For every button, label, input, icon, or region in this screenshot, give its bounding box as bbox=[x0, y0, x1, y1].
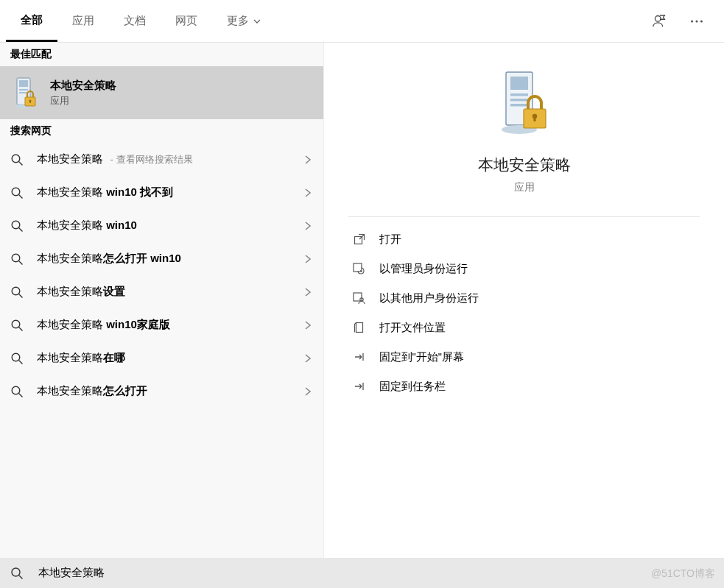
preview-title: 本地安全策略 bbox=[478, 155, 571, 175]
svg-line-15 bbox=[19, 194, 23, 198]
svg-line-27 bbox=[19, 393, 23, 397]
web-result-item[interactable]: 本地安全策略 - 查看网络搜索结果 bbox=[0, 143, 323, 176]
separator bbox=[348, 216, 700, 217]
action-pin-start[interactable]: 固定到"开始"屏幕 bbox=[353, 342, 700, 372]
chevron-right-icon bbox=[303, 254, 313, 264]
web-result-text: 本地安全策略 win10 bbox=[37, 219, 289, 233]
tab-more[interactable]: 更多 bbox=[212, 1, 275, 42]
web-result-item[interactable]: 本地安全策略怎么打开 win10 bbox=[0, 242, 323, 275]
feedback-icon[interactable] bbox=[652, 13, 668, 29]
best-match-header: 最佳匹配 bbox=[0, 43, 323, 66]
svg-point-22 bbox=[12, 320, 20, 328]
web-result-text: 本地安全策略 win10 找不到 bbox=[37, 185, 289, 199]
svg-line-44 bbox=[19, 575, 23, 579]
svg-rect-30 bbox=[510, 93, 528, 96]
web-result-text: 本地安全策略怎么打开 bbox=[37, 384, 289, 398]
pin-icon bbox=[353, 350, 366, 364]
chevron-right-icon bbox=[303, 188, 313, 198]
search-icon bbox=[10, 252, 24, 266]
best-match-title: 本地安全策略 bbox=[50, 79, 116, 93]
web-result-item[interactable]: 本地安全策略在哪 bbox=[0, 341, 323, 375]
chevron-down-icon bbox=[253, 18, 261, 25]
chevron-right-icon bbox=[303, 386, 313, 397]
svg-point-12 bbox=[12, 155, 20, 163]
chevron-right-icon bbox=[303, 287, 313, 297]
search-icon bbox=[10, 186, 24, 199]
search-icon bbox=[10, 567, 24, 580]
chevron-right-icon bbox=[303, 320, 313, 330]
action-pin-taskbar[interactable]: 固定到任务栏 bbox=[353, 372, 700, 401]
web-result-text: 本地安全策略在哪 bbox=[37, 351, 289, 365]
svg-rect-29 bbox=[510, 77, 528, 90]
svg-point-26 bbox=[12, 386, 20, 394]
svg-point-3 bbox=[700, 20, 703, 22]
tab-all[interactable]: 全部 bbox=[6, 1, 57, 42]
search-icon bbox=[10, 219, 24, 233]
web-result-text: 本地安全策略设置 bbox=[37, 285, 289, 299]
search-web-header: 搜索网页 bbox=[0, 119, 323, 143]
svg-point-43 bbox=[12, 568, 20, 576]
web-result-text: 本地安全策略怎么打开 win10 bbox=[37, 252, 289, 266]
svg-line-13 bbox=[19, 161, 23, 165]
web-result-text: 本地安全策略 win10家庭版 bbox=[37, 318, 289, 332]
web-result-item[interactable]: 本地安全策略 win10 找不到 bbox=[0, 176, 323, 209]
svg-point-20 bbox=[12, 287, 20, 295]
preview-icon bbox=[494, 69, 555, 137]
action-run-other[interactable]: 以其他用户身份运行 bbox=[353, 283, 700, 313]
search-icon bbox=[10, 153, 24, 166]
run-other-icon bbox=[353, 291, 366, 305]
search-icon bbox=[10, 385, 24, 398]
svg-point-18 bbox=[12, 254, 20, 262]
svg-point-24 bbox=[12, 353, 20, 361]
svg-point-0 bbox=[655, 15, 661, 21]
action-label: 以其他用户身份运行 bbox=[379, 291, 479, 305]
search-icon bbox=[10, 352, 24, 365]
action-open-location[interactable]: 打开文件位置 bbox=[353, 313, 700, 342]
security-policy-icon bbox=[10, 77, 40, 109]
web-results-list: 本地安全策略 - 查看网络搜索结果本地安全策略 win10 找不到本地安全策略 … bbox=[0, 143, 323, 408]
main-content: 最佳匹配 本地安全策略 应用 搜索网页 本 bbox=[0, 43, 724, 558]
web-result-item[interactable]: 本地安全策略 win10家庭版 bbox=[0, 308, 323, 341]
svg-rect-36 bbox=[533, 116, 535, 121]
more-options-icon[interactable] bbox=[689, 13, 705, 29]
action-run-admin[interactable]: 以管理员身份运行 bbox=[353, 254, 700, 283]
tab-web[interactable]: 网页 bbox=[161, 1, 212, 42]
web-result-item[interactable]: 本地安全策略 win10 bbox=[0, 209, 323, 242]
search-icon bbox=[10, 286, 24, 299]
action-label: 固定到"开始"屏幕 bbox=[379, 350, 464, 364]
svg-point-14 bbox=[12, 188, 20, 196]
action-label: 打开 bbox=[379, 233, 401, 247]
search-icon bbox=[10, 319, 24, 332]
web-result-text: 本地安全策略 - 查看网络搜索结果 bbox=[37, 152, 289, 166]
web-result-item[interactable]: 本地安全策略设置 bbox=[0, 275, 323, 308]
folder-icon bbox=[353, 321, 366, 334]
svg-rect-5 bbox=[19, 80, 28, 87]
tab-apps[interactable]: 应用 bbox=[57, 1, 109, 42]
svg-point-16 bbox=[12, 221, 20, 229]
svg-rect-6 bbox=[19, 89, 28, 91]
web-result-item[interactable]: 本地安全策略怎么打开 bbox=[0, 375, 323, 408]
chevron-right-icon bbox=[303, 155, 313, 165]
svg-rect-11 bbox=[29, 101, 31, 103]
pin-icon bbox=[353, 380, 366, 393]
best-match-item[interactable]: 本地安全策略 应用 bbox=[0, 66, 323, 119]
svg-rect-31 bbox=[510, 99, 528, 102]
action-label: 打开文件位置 bbox=[379, 321, 446, 335]
search-input[interactable] bbox=[37, 566, 714, 580]
run-admin-icon bbox=[353, 262, 366, 275]
tab-more-label: 更多 bbox=[227, 14, 249, 28]
search-bar[interactable] bbox=[0, 558, 724, 588]
chevron-right-icon bbox=[303, 353, 313, 364]
svg-line-25 bbox=[19, 360, 23, 364]
svg-rect-32 bbox=[510, 104, 528, 107]
results-panel: 最佳匹配 本地安全策略 应用 搜索网页 本 bbox=[0, 43, 323, 558]
preview-panel: 本地安全策略 应用 打开 以管理员身份运行 以其他用户身份运行 打开文件位置 bbox=[323, 43, 724, 558]
action-open[interactable]: 打开 bbox=[353, 224, 700, 254]
svg-line-21 bbox=[19, 294, 23, 297]
action-label: 固定到任务栏 bbox=[379, 380, 446, 394]
best-match-subtitle: 应用 bbox=[50, 94, 116, 107]
svg-point-39 bbox=[360, 270, 362, 272]
tab-docs[interactable]: 文档 bbox=[109, 1, 161, 42]
actions-list: 打开 以管理员身份运行 以其他用户身份运行 打开文件位置 固定到"开始"屏幕 固… bbox=[348, 224, 700, 401]
search-tabs: 全部 应用 文档 网页 更多 bbox=[0, 0, 724, 43]
